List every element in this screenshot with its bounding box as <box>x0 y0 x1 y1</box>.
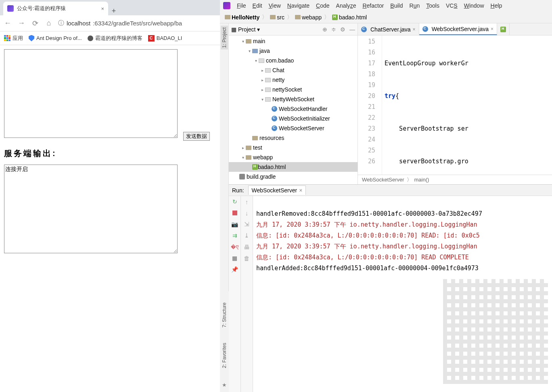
input-textarea[interactable] <box>4 49 178 138</box>
site-info-icon[interactable]: ⓘ <box>58 19 64 27</box>
clear-button[interactable]: 🗑 <box>241 252 253 264</box>
menu-edit[interactable]: Edit <box>250 2 265 10</box>
tree-nettysocket[interactable]: ▸nettySocket <box>229 85 358 94</box>
tree-java[interactable]: ▾java <box>229 46 358 56</box>
close-icon[interactable]: × <box>413 27 416 32</box>
wrap-button[interactable]: ⇲ <box>241 219 253 230</box>
up-button[interactable]: ↑ <box>241 196 253 207</box>
crumb-file[interactable]: badao.html <box>330 13 368 21</box>
new-tab-button[interactable]: + <box>108 7 119 15</box>
breadcrumb: HelloNetty 〉 src 〉 webapp 〉 badao.html <box>220 11 552 23</box>
tree-gradle[interactable]: build.gradle <box>229 172 358 181</box>
send-button[interactable]: 发送数据 <box>183 132 210 141</box>
tree-wshandler[interactable]: WebSocketHandler <box>229 104 358 114</box>
tree-webapp[interactable]: ▾webapp <box>229 152 358 162</box>
editor-tab-chat[interactable]: ChatServer.java× <box>358 23 419 35</box>
class-icon <box>422 26 428 32</box>
menu-view[interactable]: View <box>266 2 283 10</box>
menu-vcs[interactable]: VCS <box>443 2 460 10</box>
tree-wsinit[interactable]: WebSocketInitializer <box>229 114 358 123</box>
crumb-webapp[interactable]: webapp <box>293 13 323 21</box>
sidetab-favorites[interactable]: 2: Favorites <box>221 341 228 370</box>
tree-test[interactable]: ▸test <box>229 143 358 152</box>
back-button[interactable]: ← <box>3 19 12 27</box>
tree-chat[interactable]: ▸Chat <box>229 65 358 75</box>
code-area[interactable]: 151617 181920 212223 242526 EventLoopGro… <box>358 35 552 175</box>
menu-window[interactable]: Window <box>462 2 487 10</box>
exit-button[interactable]: �ए <box>229 241 240 252</box>
tree-netty[interactable]: ▸netty <box>229 75 358 85</box>
menu-code[interactable]: Code <box>314 2 332 10</box>
run-tab[interactable]: WebSocketServer× <box>248 186 306 195</box>
crumb-src[interactable]: src <box>268 13 286 21</box>
project-tree[interactable]: ▾main ▾java ▾com.badao ▸Chat ▸netty ▸net… <box>229 35 358 184</box>
menu-refactor[interactable]: Refactor <box>360 2 386 10</box>
html-icon <box>500 27 506 32</box>
crumb-project[interactable]: HelloNetty <box>223 13 261 21</box>
editor-tab-ws[interactable]: WebSocketServer.java× <box>419 23 497 35</box>
url-path: :63342/gradleTest/src/webapp/ba <box>93 20 182 27</box>
menu-tools[interactable]: Tools <box>424 2 442 10</box>
scroll-button[interactable]: ⤓ <box>241 230 253 241</box>
sidetab-structure[interactable]: 7: Structure <box>221 301 228 329</box>
skull-icon <box>88 35 93 41</box>
menu-navigate[interactable]: Navigate <box>285 2 312 10</box>
qr-code-watermark <box>443 279 548 384</box>
tree-main[interactable]: ▾main <box>229 36 358 46</box>
bookmark-blog[interactable]: 霸道的程序猿的博客 <box>88 35 142 42</box>
tree-resources[interactable]: resources <box>229 133 358 143</box>
editor-tab-more[interactable] <box>497 23 510 35</box>
close-icon[interactable]: × <box>491 26 493 32</box>
code-content[interactable]: EventLoopGroup workerGr try{ ServerBoots… <box>382 35 552 175</box>
tree-pkg[interactable]: ▾com.badao <box>229 56 358 65</box>
project-dropdown[interactable]: ▦ Project ▾ <box>231 26 260 33</box>
line-gutter: 151617 181920 212223 242526 <box>358 35 382 175</box>
browser-tabstrip: 公众号:霸道的程序猿 × + <box>0 0 220 15</box>
menu-help[interactable]: Help <box>488 2 505 10</box>
bookmarks-bar: 应用 Ant Design Pro of... 霸道的程序猿的博客 CBADAO… <box>0 31 220 45</box>
debug-button[interactable]: ⇉ <box>229 230 240 241</box>
home-button[interactable]: ⌂ <box>44 19 53 27</box>
bookmark-badao[interactable]: CBADAO_LI <box>148 35 182 42</box>
down-button[interactable]: ↓ <box>241 207 253 219</box>
stop-button[interactable] <box>229 207 240 219</box>
output-textarea[interactable]: 连接开启 <box>4 165 178 253</box>
sidetab-project[interactable]: 1: Project <box>221 26 228 50</box>
hide-icon[interactable]: — <box>349 26 355 33</box>
run-header: Run: WebSocketServer× <box>229 185 552 196</box>
menu-file[interactable]: File <box>234 2 249 10</box>
tree-badao[interactable]: badao.html <box>229 162 358 172</box>
gear-icon[interactable]: ⚙ <box>340 26 345 33</box>
close-tab-icon[interactable]: × <box>101 6 104 12</box>
menu-run[interactable]: Run <box>407 2 422 10</box>
c-icon: C <box>148 35 155 42</box>
html-icon <box>332 15 338 20</box>
bookmark-antd[interactable]: Ant Design Pro of... <box>29 35 82 42</box>
output-heading: 服务端输出: <box>4 148 216 159</box>
editor-breadcrumb: WebSocketServer〉main() <box>358 175 552 184</box>
close-icon[interactable]: × <box>299 187 302 194</box>
menu-build[interactable]: Build <box>388 2 405 10</box>
address-bar[interactable]: ⓘ localhost:63342/gradleTest/src/webapp/… <box>58 19 217 27</box>
locate-icon[interactable]: ⊕ <box>322 26 327 33</box>
page-content: 发送数据 服务端输出: 连接开启 <box>0 45 220 259</box>
ide-logo-icon <box>223 2 230 9</box>
rerun-button[interactable]: ↻ <box>229 196 240 207</box>
project-panel: ▦ Project ▾ ⊕ ≑ ⚙ — ▾main ▾java ▾com.bad… <box>229 23 358 184</box>
browser-window: 公众号:霸道的程序猿 × + ← → ⟳ ⌂ ⓘ localhost:63342… <box>0 0 220 392</box>
layout-button[interactable]: ▦ <box>229 252 240 264</box>
print-button[interactable]: 🖶 <box>241 241 253 252</box>
pin-button[interactable]: 📌 <box>229 264 240 275</box>
collapse-icon[interactable]: ≑ <box>331 26 336 33</box>
tree-nettyweb[interactable]: ▾NettyWebSocket <box>229 94 358 104</box>
menu-analyze[interactable]: Analyze <box>334 2 359 10</box>
browser-tab[interactable]: 公众号:霸道的程序猿 × <box>3 2 108 15</box>
apps-button[interactable]: 应用 <box>4 35 23 42</box>
ide-window: File Edit View Navigate Code Analyze Ref… <box>220 0 552 392</box>
apps-icon <box>4 35 10 42</box>
reload-button[interactable]: ⟳ <box>31 19 40 28</box>
star-icon[interactable]: ★ <box>222 382 227 388</box>
dump-button[interactable]: 📷 <box>229 219 240 230</box>
tree-wsserver[interactable]: WebSocketServer <box>229 123 358 133</box>
forward-button[interactable]: → <box>17 19 26 27</box>
